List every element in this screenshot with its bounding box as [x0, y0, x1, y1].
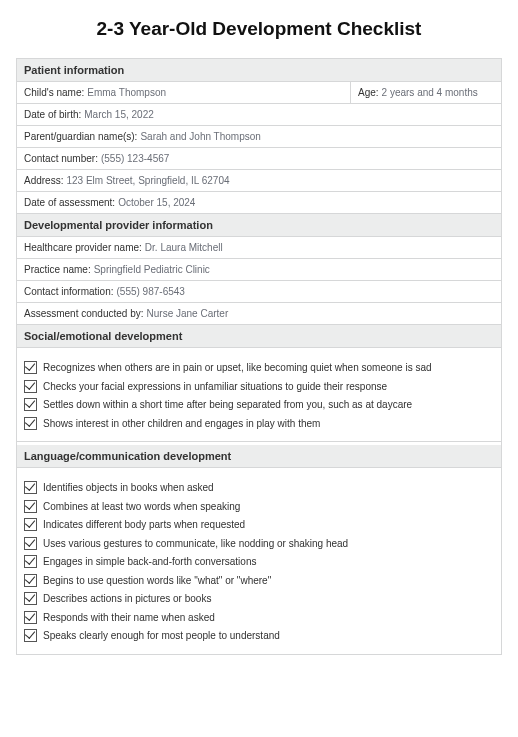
checkbox[interactable] [24, 611, 37, 624]
value-address: 123 Elm Street, Springfield, IL 62704 [66, 175, 229, 186]
checklist-item: Identifies objects in books when asked [24, 481, 494, 495]
checkbox[interactable] [24, 537, 37, 550]
value-contact-number: (555) 123-4567 [101, 153, 169, 164]
checklist-item-label: Settles down within a short time after b… [43, 398, 412, 412]
checklist-item-label: Speaks clearly enough for most people to… [43, 629, 280, 643]
row-conducted-by: Assessment conducted by: Nurse Jane Cart… [16, 303, 502, 325]
value-guardian: Sarah and John Thompson [140, 131, 260, 142]
value-practice-name: Springfield Pediatric Clinic [94, 264, 210, 275]
row-provider-name: Healthcare provider name: Dr. Laura Mitc… [16, 237, 502, 259]
checklist-item-label: Uses various gestures to communicate, li… [43, 537, 348, 551]
checklist-social-emotional: Recognizes when others are in pain or up… [16, 348, 502, 442]
label-practice-name: Practice name: [24, 264, 91, 275]
checkbox[interactable] [24, 481, 37, 494]
checkbox[interactable] [24, 361, 37, 374]
checklist-item-label: Identifies objects in books when asked [43, 481, 214, 495]
section-header-provider-info: Developmental provider information [16, 214, 502, 237]
row-assessment-date: Date of assessment: October 15, 2024 [16, 192, 502, 214]
label-address: Address: [24, 175, 63, 186]
checklist-item-label: Shows interest in other children and eng… [43, 417, 320, 431]
label-dob: Date of birth: [24, 109, 81, 120]
checklist-item-label: Begins to use question words like "what"… [43, 574, 271, 588]
section-header-social-emotional: Social/emotional development [16, 325, 502, 348]
checkbox[interactable] [24, 555, 37, 568]
row-address: Address: 123 Elm Street, Springfield, IL… [16, 170, 502, 192]
label-conducted-by: Assessment conducted by: [24, 308, 144, 319]
page-title: 2-3 Year-Old Development Checklist [16, 18, 502, 40]
checkbox[interactable] [24, 574, 37, 587]
checklist-item: Begins to use question words like "what"… [24, 574, 494, 588]
checklist-item: Speaks clearly enough for most people to… [24, 629, 494, 643]
checklist-item-label: Checks your facial expressions in unfami… [43, 380, 387, 394]
checklist-item: Checks your facial expressions in unfami… [24, 380, 494, 394]
value-provider-name: Dr. Laura Mitchell [145, 242, 223, 253]
checklist-language-communication: Identifies objects in books when askedCo… [16, 468, 502, 655]
checkbox[interactable] [24, 398, 37, 411]
checklist-item: Shows interest in other children and eng… [24, 417, 494, 431]
checkbox[interactable] [24, 592, 37, 605]
value-assessment-date: October 15, 2024 [118, 197, 195, 208]
value-conducted-by: Nurse Jane Carter [147, 308, 229, 319]
label-provider-name: Healthcare provider name: [24, 242, 142, 253]
checklist-item-label: Engages in simple back-and-forth convers… [43, 555, 256, 569]
checkbox[interactable] [24, 518, 37, 531]
checkbox[interactable] [24, 417, 37, 430]
checklist-item-label: Indicates different body parts when requ… [43, 518, 245, 532]
row-guardian: Parent/guardian name(s): Sarah and John … [16, 126, 502, 148]
checklist-item: Recognizes when others are in pain or up… [24, 361, 494, 375]
row-contact-info: Contact information: (555) 987-6543 [16, 281, 502, 303]
section-header-patient-info: Patient information [16, 58, 502, 82]
value-age: 2 years and 4 months [382, 87, 478, 98]
value-contact-info: (555) 987-6543 [117, 286, 185, 297]
checklist-item: Combines at least two words when speakin… [24, 500, 494, 514]
label-contact-info: Contact information: [24, 286, 114, 297]
label-contact-number: Contact number: [24, 153, 98, 164]
label-assessment-date: Date of assessment: [24, 197, 115, 208]
label-child-name: Child's name: [24, 87, 84, 98]
value-dob: March 15, 2022 [84, 109, 154, 120]
checkbox[interactable] [24, 629, 37, 642]
checkbox[interactable] [24, 500, 37, 513]
checklist-item: Describes actions in pictures or books [24, 592, 494, 606]
row-contact-number: Contact number: (555) 123-4567 [16, 148, 502, 170]
checklist-item-label: Responds with their name when asked [43, 611, 215, 625]
checklist-item-label: Combines at least two words when speakin… [43, 500, 240, 514]
checkbox[interactable] [24, 380, 37, 393]
checklist-item-label: Describes actions in pictures or books [43, 592, 211, 606]
checklist-item: Responds with their name when asked [24, 611, 494, 625]
label-age: Age: [358, 87, 379, 98]
checklist-item: Settles down within a short time after b… [24, 398, 494, 412]
row-practice-name: Practice name: Springfield Pediatric Cli… [16, 259, 502, 281]
row-dob: Date of birth: March 15, 2022 [16, 104, 502, 126]
checklist-item: Uses various gestures to communicate, li… [24, 537, 494, 551]
checklist-item: Indicates different body parts when requ… [24, 518, 494, 532]
row-child-name-age: Child's name: Emma Thompson Age: 2 years… [16, 82, 502, 104]
checklist-item-label: Recognizes when others are in pain or up… [43, 361, 432, 375]
section-header-language-communication: Language/communication development [16, 445, 502, 468]
checklist-item: Engages in simple back-and-forth convers… [24, 555, 494, 569]
label-guardian: Parent/guardian name(s): [24, 131, 137, 142]
value-child-name: Emma Thompson [87, 87, 166, 98]
